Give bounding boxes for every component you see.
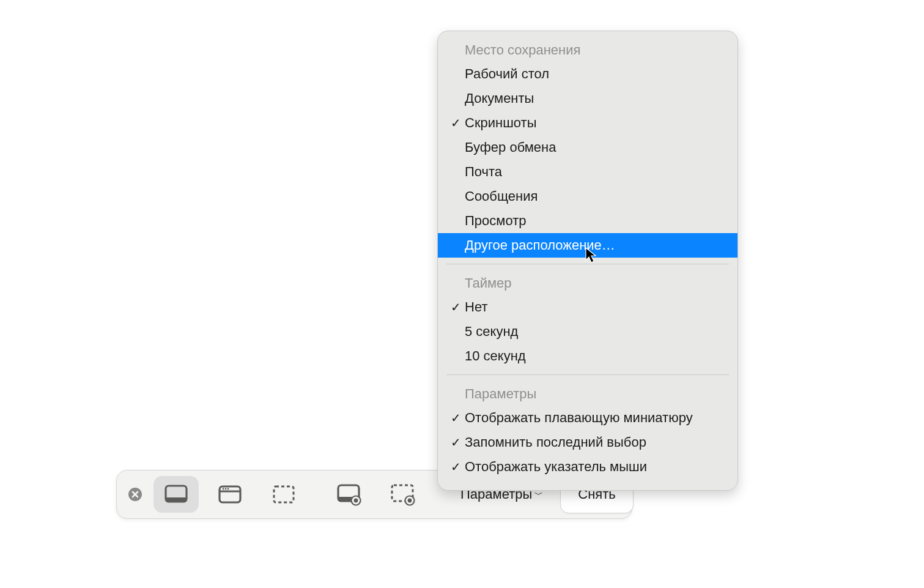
menu-item-timer-none[interactable]: ✓ Нет [438, 295, 737, 319]
record-mode-group [326, 476, 425, 513]
menu-item-label: Другое расположение… [465, 237, 725, 253]
menu-item-label: Нет [465, 299, 725, 315]
menu-item-label: Сообщения [465, 188, 725, 204]
menu-item-timer-10s[interactable]: ✓ 10 секунд [438, 344, 737, 368]
menu-item-other-location[interactable]: ✓ Другое расположение… [438, 233, 737, 258]
svg-point-10 [227, 488, 229, 490]
capture-selection-icon [270, 481, 297, 508]
record-entire-screen-button[interactable] [326, 476, 371, 513]
menu-item-label: Рабочий стол [465, 66, 725, 82]
menu-item-show-mouse-pointer[interactable]: ✓ Отображать указатель мыши [438, 455, 737, 479]
menu-item-label: Отображать указатель мыши [465, 459, 725, 475]
menu-item-screenshots[interactable]: ✓ Скриншоты [438, 111, 737, 135]
capture-window-button[interactable] [207, 476, 253, 513]
svg-point-17 [354, 499, 358, 503]
record-selection-icon [389, 481, 416, 508]
menu-item-show-thumbnail[interactable]: ✓ Отображать плавающую миниатюру [438, 406, 737, 430]
capture-selection-button[interactable] [261, 476, 306, 513]
close-button[interactable] [128, 487, 142, 502]
menu-section-title-options: Параметры [438, 381, 737, 406]
menu-item-label: Буфер обмена [465, 140, 725, 155]
svg-point-9 [225, 488, 227, 490]
menu-item-timer-5s[interactable]: ✓ 5 секунд [438, 319, 737, 344]
menu-section-title-save-to: Место сохранения [438, 37, 737, 62]
menu-item-clipboard[interactable]: ✓ Буфер обмена [438, 135, 737, 160]
svg-point-8 [223, 488, 224, 490]
menu-item-label: 10 секунд [465, 348, 725, 364]
check-icon: ✓ [446, 411, 465, 425]
svg-rect-5 [166, 497, 187, 502]
menu-separator [446, 374, 729, 375]
capture-window-icon [216, 481, 243, 508]
menu-separator [446, 264, 729, 264]
chevron-down-icon: ﹀ [534, 489, 543, 501]
record-entire-screen-icon [335, 481, 362, 508]
menu-item-label: Просмотр [465, 213, 725, 229]
menu-item-label: Скриншоты [465, 115, 725, 131]
check-icon: ✓ [446, 435, 465, 450]
check-icon: ✓ [446, 460, 465, 474]
svg-point-21 [408, 499, 412, 503]
menu-item-label: Запомнить последний выбор [465, 434, 725, 450]
menu-item-messages[interactable]: ✓ Сообщения [438, 184, 737, 209]
menu-item-desktop[interactable]: ✓ Рабочий стол [438, 62, 737, 86]
close-icon [128, 487, 142, 502]
record-selection-button[interactable] [380, 476, 425, 513]
check-icon: ✓ [446, 116, 465, 130]
menu-section-title-timer: Таймер [438, 270, 737, 295]
menu-item-remember-last-selection[interactable]: ✓ Запомнить последний выбор [438, 430, 737, 455]
svg-rect-11 [274, 486, 294, 502]
menu-item-label: 5 секунд [465, 324, 725, 340]
menu-item-preview[interactable]: ✓ Просмотр [438, 209, 737, 233]
capture-entire-screen-icon [163, 481, 190, 508]
menu-item-label: Почта [465, 164, 725, 180]
capture-mode-group [153, 476, 306, 513]
menu-item-label: Отображать плавающую миниатюру [465, 410, 725, 426]
menu-item-mail[interactable]: ✓ Почта [438, 160, 737, 184]
options-menu: Место сохранения ✓ Рабочий стол ✓ Докуме… [437, 31, 738, 491]
menu-item-documents[interactable]: ✓ Документы [438, 86, 737, 111]
capture-entire-screen-button[interactable] [153, 476, 199, 513]
menu-item-label: Документы [465, 91, 725, 106]
check-icon: ✓ [446, 300, 465, 314]
